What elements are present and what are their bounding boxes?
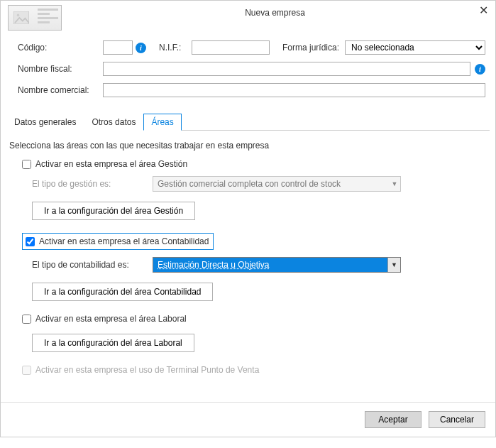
gestion-tipo-value: Gestión comercial completa con control d… [158,179,341,189]
nif-input[interactable] [192,40,270,55]
tab-otros-datos[interactable]: Otros datos [84,114,143,131]
image-placeholder-icon [13,11,29,24]
codigo-input[interactable] [103,40,133,55]
contabilidad-tipo-label: El tipo de contabilidad es: [32,260,153,270]
gestion-checkbox[interactable] [22,160,31,169]
section-gestion: Activar en esta empresa el área Gestión … [22,159,490,220]
accept-button[interactable]: Aceptar [365,411,421,428]
gestion-tipo-select: Gestión comercial completa con control d… [153,176,401,192]
tab-bar: Datos generales Otros datos Áreas [6,113,490,131]
nombre-comercial-label: Nombre comercial: [18,85,103,95]
nif-label: N.I.F.: [159,43,192,53]
contabilidad-checkbox[interactable] [26,237,35,246]
contabilidad-tipo-value: Estimación Directa u Objetiva [158,260,387,270]
contabilidad-config-button[interactable]: Ir a la configuración del área Contabili… [32,283,213,301]
section-contabilidad: Activar en esta empresa el área Contabil… [22,233,490,301]
dialog-header: Nueva empresa ✕ [1,1,495,31]
chevron-down-icon[interactable]: ▼ [387,258,400,272]
laboral-config-button[interactable]: Ir a la configuración del área Laboral [32,334,194,352]
codigo-label: Código: [18,43,103,53]
info-icon[interactable]: i [475,64,485,75]
tab-areas-content: Selecciona las áreas con las que necesit… [1,131,495,402]
nombre-fiscal-input[interactable] [103,62,470,76]
thumbnail-placeholder-icon [8,5,62,31]
nombre-fiscal-label: Nombre fiscal: [18,64,103,74]
nombre-comercial-input[interactable] [103,83,485,97]
dialog-footer: Aceptar Cancelar [1,402,495,437]
contabilidad-tipo-select[interactable]: Estimación Directa u Objetiva ▼ [153,257,401,273]
laboral-checkbox-label: Activar en esta empresa el área Laboral [35,314,187,324]
gestion-config-button[interactable]: Ir a la configuración del área Gestión [32,202,195,220]
tpv-checkbox [22,366,31,375]
close-icon[interactable]: ✕ [479,4,488,17]
new-company-dialog: Nueva empresa ✕ Código: i N.I.F.: Forma … [0,0,496,437]
tpv-checkbox-label: Activar en esta empresa el uso de Termin… [35,365,259,375]
dialog-title: Nueva empresa [62,5,488,18]
gestion-tipo-label: El tipo de gestión es: [32,179,153,189]
tab-areas[interactable]: Áreas [143,114,181,131]
header-form: Código: i N.I.F.: Forma jurídica: No sel… [1,31,495,110]
svg-point-1 [17,14,20,17]
section-laboral: Activar en esta empresa el área Laboral … [22,314,490,352]
tab-datos-generales[interactable]: Datos generales [6,114,84,131]
cancel-button[interactable]: Cancelar [429,411,485,428]
laboral-checkbox[interactable] [22,315,31,324]
gestion-checkbox-label: Activar en esta empresa el área Gestión [35,159,187,169]
section-tpv: Activar en esta empresa el uso de Termin… [22,365,490,375]
forma-juridica-label: Forma jurídica: [282,43,345,53]
contabilidad-checkbox-label: Activar en esta empresa el área Contabil… [39,236,209,246]
forma-juridica-select[interactable]: No seleccionada [345,40,485,55]
chevron-down-icon: ▼ [389,180,400,187]
areas-intro-text: Selecciona las áreas con las que necesit… [9,141,490,151]
info-icon[interactable]: i [136,43,146,53]
